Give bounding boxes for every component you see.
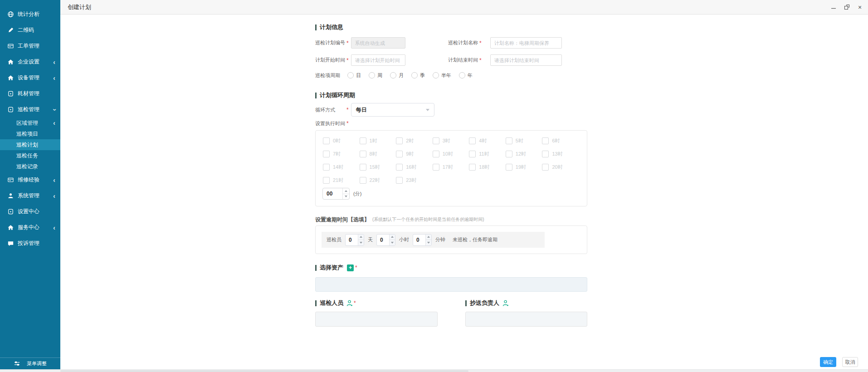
minimize-icon[interactable] <box>830 4 837 11</box>
checkbox-hour-11时[interactable]: 11时 <box>469 150 506 158</box>
checkbox-hour-17时[interactable]: 17时 <box>433 163 469 171</box>
overdue-hour-input[interactable] <box>377 235 389 245</box>
checkbox-hour-23时[interactable]: 23时 <box>396 176 433 185</box>
menu-adjust-button[interactable]: 菜单调整 <box>0 357 60 369</box>
add-asset-button[interactable]: + <box>347 264 354 271</box>
scrollbar-thumb[interactable] <box>60 370 468 372</box>
stepper-up-icon[interactable] <box>358 235 364 240</box>
start-time-input[interactable] <box>351 54 405 66</box>
section-bar <box>315 265 317 271</box>
box-icon <box>7 90 14 97</box>
overdue-minute-stepper[interactable] <box>413 234 432 246</box>
stepper-down-icon[interactable] <box>343 194 349 200</box>
sidebar-item-投诉管理[interactable]: 投诉管理 <box>0 235 60 251</box>
checkbox-hour-10时[interactable]: 10时 <box>433 150 469 158</box>
end-time-input[interactable] <box>490 54 562 66</box>
form-content: 计划信息 巡检计划编号 * 巡检计划名称 * 计划开始时间 * 计划结束时间 *… <box>60 14 868 372</box>
plan-name-input[interactable] <box>490 37 562 49</box>
hours-grid: 0时1时2时3时4时5时6时7时8时9时10时11时12时13时14时15时16… <box>316 131 587 185</box>
sidebar-item-服务中心[interactable]: 服务中心‹ <box>0 220 60 235</box>
box-icon <box>7 106 14 113</box>
overdue-hour-stepper[interactable] <box>376 234 395 246</box>
sidebar-item-二维码[interactable]: 二维码 <box>0 22 60 38</box>
sidebar-item-工单管理[interactable]: 工单管理 <box>0 38 60 54</box>
hour-label: 17时 <box>443 164 453 171</box>
loop-mode-select[interactable]: 每日 <box>351 103 434 117</box>
sidebar-item-耗材管理[interactable]: 耗材管理 <box>0 86 60 102</box>
sidebar-subitem-区域管理[interactable]: 区域管理‹ <box>0 117 60 128</box>
checkbox-hour-0时[interactable]: 0时 <box>323 137 360 145</box>
stepper-down-icon[interactable] <box>426 240 431 245</box>
checkbox-hour-18时[interactable]: 18时 <box>469 163 506 171</box>
stepper-down-icon[interactable] <box>390 240 395 245</box>
workorder-card-icon <box>7 43 14 49</box>
required-star: * <box>479 57 482 64</box>
plan-no-input[interactable] <box>351 37 405 49</box>
checkbox-hour-5时[interactable]: 5时 <box>506 137 542 145</box>
stepper-up-icon[interactable] <box>343 188 349 194</box>
checkbox-hour-4时[interactable]: 4时 <box>469 137 506 145</box>
hour-label: 14时 <box>333 164 343 171</box>
sidebar-subitem-巡检任务[interactable]: 巡检任务 <box>0 150 60 161</box>
radio-label: 月 <box>399 72 404 79</box>
checkbox-hour-20时[interactable]: 20时 <box>542 163 579 171</box>
checkbox-hour-19时[interactable]: 19时 <box>506 163 542 171</box>
radio-cycle-月[interactable]: 月 <box>390 72 404 79</box>
stepper-up-icon[interactable] <box>426 235 431 240</box>
add-person-icon[interactable] <box>346 300 352 307</box>
checkbox-hour-3时[interactable]: 3时 <box>433 137 469 145</box>
confirm-button[interactable]: 确定 <box>820 357 836 367</box>
radio-circle-icon <box>459 72 465 78</box>
radio-cycle-年[interactable]: 年 <box>459 72 473 79</box>
checkbox-icon <box>396 177 403 184</box>
sidebar-item-系统管理[interactable]: 系统管理‹ <box>0 188 60 204</box>
checkbox-hour-15时[interactable]: 15时 <box>360 163 396 171</box>
sidebar-item-设置中心[interactable]: 设置中心 <box>0 204 60 220</box>
checkbox-hour-2时[interactable]: 2时 <box>396 137 433 145</box>
checkbox-hour-12时[interactable]: 12时 <box>506 150 542 158</box>
sidebar-item-设备管理[interactable]: 设备管理‹ <box>0 70 60 86</box>
sidebar-item-企业设置[interactable]: 企业设置‹ <box>0 54 60 70</box>
checkbox-hour-8时[interactable]: 8时 <box>360 150 396 158</box>
overdue-day-input[interactable] <box>346 235 358 245</box>
overdue-minute-input[interactable] <box>413 235 425 245</box>
sidebar-subitem-巡检记录[interactable]: 巡检记录 <box>0 161 60 172</box>
hour-label: 11时 <box>479 151 489 157</box>
sidebar-subitem-巡检项目[interactable]: 巡检项目 <box>0 128 60 139</box>
checkbox-hour-9时[interactable]: 9时 <box>396 150 433 158</box>
stepper-down-icon[interactable] <box>358 240 364 245</box>
checkbox-hour-22时[interactable]: 22时 <box>360 176 396 185</box>
sidebar-item-维修经验[interactable]: 维修经验‹ <box>0 172 60 188</box>
cc-select-area[interactable] <box>465 312 587 327</box>
dialog-header: 创建计划 × <box>60 0 868 15</box>
checkbox-hour-21时[interactable]: 21时 <box>323 176 360 185</box>
add-person-icon[interactable] <box>502 300 508 307</box>
chevron-left-icon: ‹ <box>53 74 55 82</box>
checkbox-hour-16时[interactable]: 16时 <box>396 163 433 171</box>
cancel-button[interactable]: 取消 <box>842 357 858 367</box>
minute-value-input[interactable] <box>323 188 342 199</box>
inspector-select-area[interactable] <box>315 312 438 327</box>
asset-select-area[interactable] <box>315 277 587 292</box>
radio-cycle-周[interactable]: 周 <box>369 72 382 79</box>
checkbox-hour-7时[interactable]: 7时 <box>323 150 360 158</box>
checkbox-hour-6时[interactable]: 6时 <box>542 137 579 145</box>
stepper-up-icon[interactable] <box>390 235 395 240</box>
minute-stepper[interactable] <box>322 188 350 200</box>
horizontal-scrollbar[interactable] <box>0 369 868 372</box>
hour-label: 6时 <box>552 137 560 144</box>
overdue-day-stepper[interactable] <box>345 234 364 246</box>
radio-cycle-半年[interactable]: 半年 <box>433 72 451 79</box>
checkbox-icon <box>506 151 512 157</box>
sidebar-subitem-巡检计划[interactable]: 巡检计划 <box>0 139 60 150</box>
sidebar-item-统计分析[interactable]: 统计分析 <box>0 6 60 22</box>
restore-icon[interactable] <box>843 4 850 11</box>
close-icon[interactable]: × <box>856 4 863 11</box>
checkbox-hour-13时[interactable]: 13时 <box>542 150 579 158</box>
radio-cycle-季[interactable]: 季 <box>411 72 425 79</box>
radio-cycle-日[interactable]: 日 <box>347 72 361 79</box>
checkbox-hour-1时[interactable]: 1时 <box>360 137 396 145</box>
hour-label: 16时 <box>406 164 416 171</box>
sidebar-item-巡检管理[interactable]: 巡检管理‹ <box>0 102 60 117</box>
checkbox-hour-14时[interactable]: 14时 <box>323 163 360 171</box>
